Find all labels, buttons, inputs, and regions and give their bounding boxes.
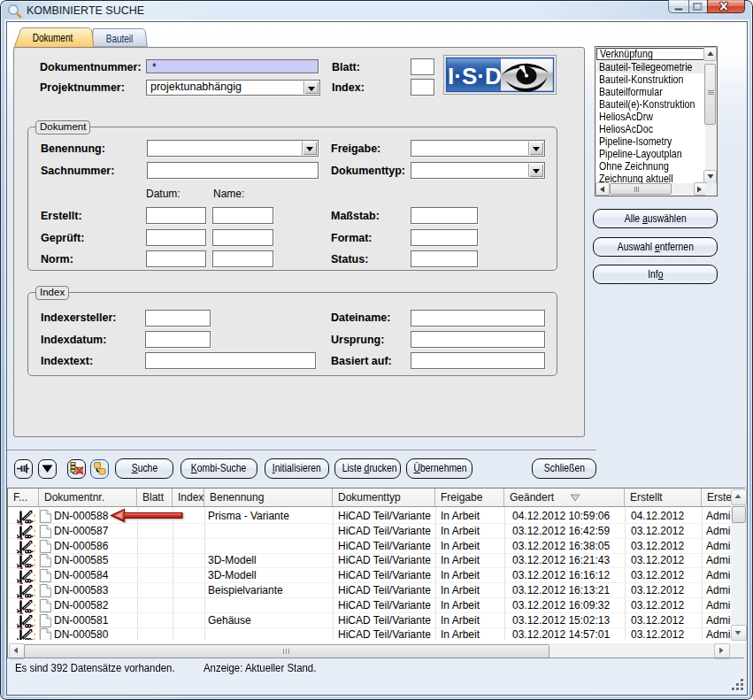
svg-text:Bauteil: Bauteil <box>106 32 134 43</box>
svg-text:I·S·D: I·S·D <box>448 63 502 89</box>
svg-text:Dokument: Dokument <box>33 32 73 43</box>
